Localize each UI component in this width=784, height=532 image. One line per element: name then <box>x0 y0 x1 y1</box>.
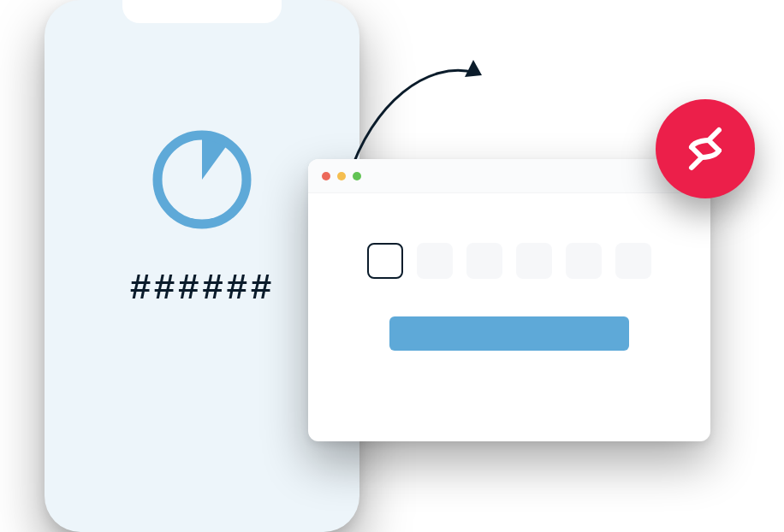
browser-window <box>308 159 710 441</box>
authy-logo-icon <box>680 123 731 174</box>
countdown-timer-icon <box>142 120 262 239</box>
pin-input-row <box>367 243 651 279</box>
window-minimize-icon[interactable] <box>337 172 346 180</box>
pin-digit-1[interactable] <box>367 243 403 279</box>
window-maximize-icon[interactable] <box>353 172 361 180</box>
pin-digit-3[interactable] <box>466 243 502 279</box>
pin-digit-5[interactable] <box>566 243 602 279</box>
window-close-icon[interactable] <box>322 172 330 180</box>
pin-digit-4[interactable] <box>516 243 552 279</box>
window-chrome <box>308 159 710 193</box>
authy-badge <box>656 99 755 198</box>
otp-code-placeholder: ###### <box>129 269 274 310</box>
pin-digit-2[interactable] <box>417 243 453 279</box>
pin-digit-6[interactable] <box>615 243 651 279</box>
browser-body <box>308 193 710 351</box>
phone-notch <box>122 0 282 23</box>
submit-button[interactable] <box>389 316 629 351</box>
